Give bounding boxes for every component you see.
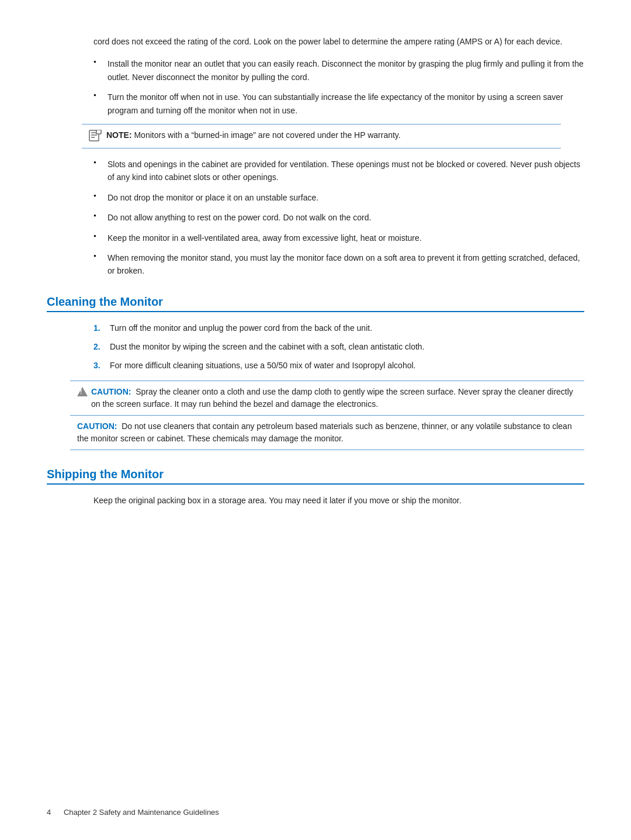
caution-box-2: CAUTION: Do not use cleaners that contai… xyxy=(70,416,584,450)
list-item: Install the monitor near an outlet that … xyxy=(93,57,584,84)
caution-text-1: CAUTION: Spray the cleaner onto a cloth … xyxy=(91,386,577,410)
step-text: Dust the monitor by wiping the screen an… xyxy=(110,342,425,351)
caution-box-1: CAUTION: Spray the cleaner onto a cloth … xyxy=(70,381,584,416)
page-container: cord does not exceed the rating of the c… xyxy=(0,0,631,554)
caution-content-1: Spray the cleaner onto a cloth and use t… xyxy=(91,387,573,409)
list-item: Slots and openings in the cabinet are pr… xyxy=(93,158,584,184)
step-number: 1. xyxy=(93,322,100,334)
svg-rect-4 xyxy=(96,130,101,134)
shipping-text: Keep the original packing box in a stora… xyxy=(93,494,584,507)
step-item: 1.Turn off the monitor and unplug the po… xyxy=(93,322,584,334)
intro-paragraph: cord does not exceed the rating of the c… xyxy=(93,35,584,48)
list-item: Keep the monitor in a well-ventilated ar… xyxy=(93,231,584,244)
footer-page-number: 4 xyxy=(47,808,51,817)
bullet-list-2: Slots and openings in the cabinet are pr… xyxy=(93,158,584,278)
bullet-list-1: Install the monitor near an outlet that … xyxy=(93,57,584,117)
caution-label-1: CAUTION: xyxy=(91,387,131,396)
shipping-heading: Shipping the Monitor xyxy=(47,468,584,485)
cleaning-heading: Cleaning the Monitor xyxy=(47,295,584,312)
page-footer: 4 Chapter 2 Safety and Maintenance Guide… xyxy=(47,808,219,817)
list-item: Do not drop the monitor or place it on a… xyxy=(93,191,584,204)
list-item: Turn the monitor off when not in use. Yo… xyxy=(93,91,584,117)
step-number: 2. xyxy=(93,340,100,353)
list-item: Do not allow anything to rest on the pow… xyxy=(93,211,584,224)
note-text: NOTE: Monitors with a “burned-in image” … xyxy=(106,129,401,141)
caution-label-2: CAUTION: xyxy=(77,421,117,431)
caution-text-2: CAUTION: Do not use cleaners that contai… xyxy=(77,420,577,445)
list-item: When removing the monitor stand, you mus… xyxy=(93,251,584,278)
note-box: NOTE: Monitors with a “burned-in image” … xyxy=(82,124,561,148)
note-icon xyxy=(89,130,102,143)
step-text: For more difficult cleaning situations, … xyxy=(110,361,415,370)
step-item: 2.Dust the monitor by wiping the screen … xyxy=(93,340,584,353)
note-label: NOTE: xyxy=(106,130,132,140)
cleaning-steps: 1.Turn off the monitor and unplug the po… xyxy=(93,322,584,372)
step-number: 3. xyxy=(93,359,100,372)
caution-triangle-icon xyxy=(77,387,88,396)
step-item: 3.For more difficult cleaning situations… xyxy=(93,359,584,372)
step-text: Turn off the monitor and unplug the powe… xyxy=(110,323,372,333)
note-content: Monitors with a “burned-in image” are no… xyxy=(134,130,400,140)
note-icon-svg xyxy=(89,130,102,141)
footer-chapter-text: Chapter 2 Safety and Maintenance Guideli… xyxy=(64,808,219,817)
caution-content-2: Do not use cleaners that contain any pet… xyxy=(77,421,572,443)
